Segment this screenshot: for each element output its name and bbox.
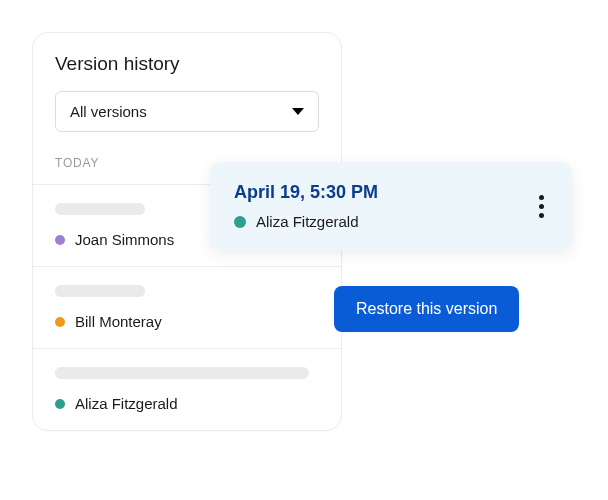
filter-dropdown[interactable]: All versions: [55, 91, 319, 132]
restore-button[interactable]: Restore this version: [334, 286, 519, 332]
placeholder-bar: [55, 285, 145, 297]
popover-user-name: Aliza Fitzgerald: [256, 213, 359, 230]
user-dot: [55, 235, 65, 245]
version-popover: April 19, 5:30 PM Aliza Fitzgerald: [210, 162, 572, 250]
user-dot: [55, 399, 65, 409]
user-name: Bill Monteray: [75, 313, 162, 330]
user-row: Bill Monteray: [55, 313, 319, 330]
popover-content: April 19, 5:30 PM Aliza Fitzgerald: [234, 182, 378, 230]
user-name: Aliza Fitzgerald: [75, 395, 178, 412]
user-dot: [234, 216, 246, 228]
panel-title: Version history: [33, 53, 341, 91]
placeholder-bar: [55, 203, 145, 215]
more-options-icon[interactable]: [533, 189, 550, 224]
user-dot: [55, 317, 65, 327]
popover-user: Aliza Fitzgerald: [234, 213, 378, 230]
dropdown-label: All versions: [70, 103, 147, 120]
version-entry[interactable]: Aliza Fitzgerald: [33, 348, 341, 430]
user-row: Aliza Fitzgerald: [55, 395, 319, 412]
placeholder-bar: [55, 367, 309, 379]
version-entry[interactable]: Bill Monteray: [33, 266, 341, 348]
caret-down-icon: [292, 108, 304, 115]
user-name: Joan Simmons: [75, 231, 174, 248]
popover-date: April 19, 5:30 PM: [234, 182, 378, 203]
